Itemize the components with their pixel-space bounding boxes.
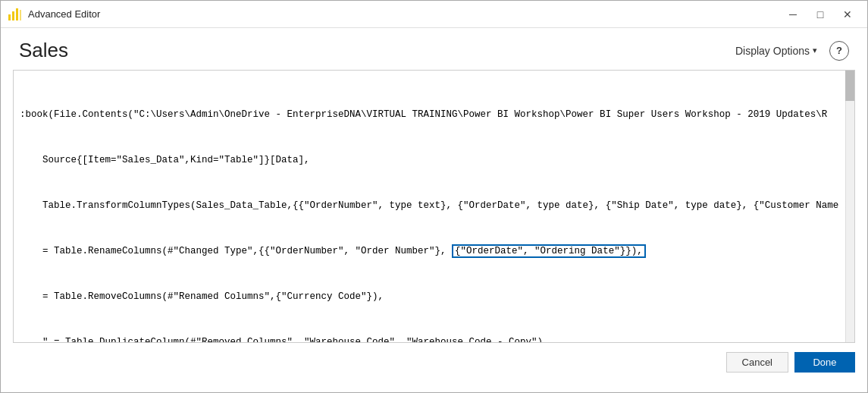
close-button[interactable]: ✕	[834, 4, 861, 25]
code-line-2: Source{[Item="Sales_Data",Kind="Table"]}…	[20, 152, 854, 168]
svg-rect-1	[12, 11, 14, 20]
code-line-5: = Table.RemoveColumns(#"Renamed Columns"…	[20, 289, 854, 304]
title-bar-left: Advanced Editor	[7, 7, 100, 22]
code-line-3: Table.TransformColumnTypes(Sales_Data_Ta…	[20, 198, 854, 213]
display-options-button[interactable]: Display Options ▾	[729, 42, 823, 60]
display-options-label: Display Options	[735, 45, 810, 57]
title-bar-title: Advanced Editor	[28, 8, 100, 20]
svg-rect-0	[8, 14, 11, 20]
svg-rect-2	[16, 8, 18, 20]
code-content[interactable]: :book(File.Contents("C:\Users\Admin\OneD…	[14, 71, 854, 342]
svg-rect-3	[20, 10, 21, 20]
code-line-6: " = Table.DuplicateColumn(#"Removed Colu…	[20, 335, 854, 342]
title-bar: Advanced Editor ─ □ ✕	[1, 1, 867, 28]
code-line-1: :book(File.Contents("C:\Users\Admin\OneD…	[20, 107, 854, 122]
help-button[interactable]: ?	[829, 41, 849, 61]
code-line-4: = Table.RenameColumns(#"Changed Type",{{…	[20, 244, 854, 259]
chevron-down-icon: ▾	[813, 46, 817, 55]
scrollbar-thumb[interactable]	[845, 71, 854, 101]
page-header: Sales Display Options ▾ ?	[1, 28, 867, 70]
code-highlight: {"OrderDate", "Ordering Date"}}),	[452, 244, 646, 258]
maximize-button[interactable]: □	[807, 4, 834, 25]
code-editor[interactable]: :book(File.Contents("C:\Users\Admin\OneD…	[13, 70, 855, 343]
power-bi-icon	[7, 7, 22, 22]
cancel-button[interactable]: Cancel	[726, 352, 788, 373]
done-button[interactable]: Done	[794, 352, 855, 373]
header-right: Display Options ▾ ?	[729, 41, 849, 61]
minimize-button[interactable]: ─	[779, 4, 807, 25]
page-title: Sales	[19, 39, 68, 62]
title-bar-controls: ─ □ ✕	[779, 4, 861, 25]
vertical-scrollbar[interactable]	[845, 71, 854, 342]
bottom-bar: Cancel Done	[1, 349, 867, 376]
